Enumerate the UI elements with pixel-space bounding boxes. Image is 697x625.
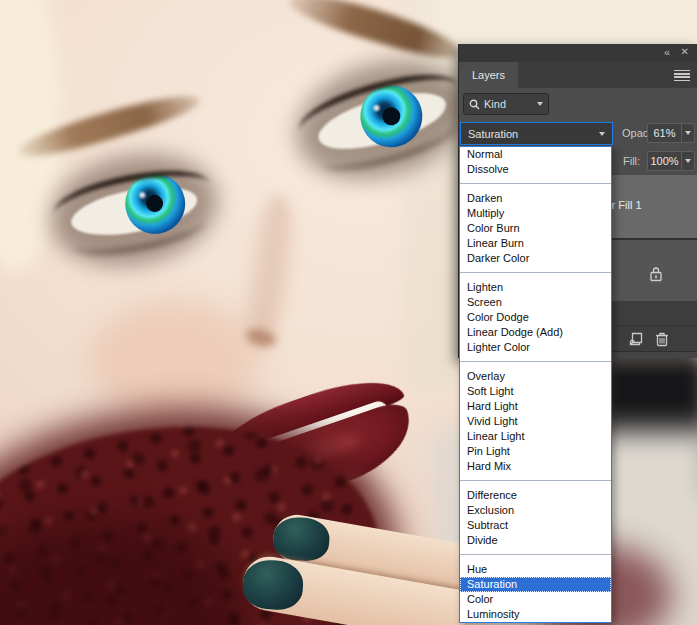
menu-separator	[460, 177, 611, 191]
panel-menu-icon[interactable]	[674, 70, 690, 81]
new-layer-icon[interactable]	[628, 331, 644, 347]
blend-option-linear-dodge-add-[interactable]: Linear Dodge (Add)	[460, 325, 611, 340]
chevron-down-icon	[537, 102, 543, 106]
blend-option-divide[interactable]: Divide	[460, 533, 611, 548]
blend-option-soft-light[interactable]: Soft Light	[460, 384, 611, 399]
blend-option-normal[interactable]: Normal	[460, 147, 611, 162]
blend-mode-value: Saturation	[468, 128, 518, 140]
chevron-down-icon	[685, 159, 691, 163]
menu-separator	[460, 266, 611, 280]
blend-option-color[interactable]: Color	[460, 592, 611, 607]
blend-mode-dropdown[interactable]: Saturation	[460, 122, 613, 145]
blend-option-overlay[interactable]: Overlay	[460, 369, 611, 384]
menu-separator	[460, 474, 611, 488]
blend-option-color-burn[interactable]: Color Burn	[460, 221, 611, 236]
blend-option-pin-light[interactable]: Pin Light	[460, 444, 611, 459]
screenshot-stage: « ✕ Layers Kind T	[0, 0, 697, 625]
layer-filter-row: Kind T	[459, 88, 697, 120]
blend-option-exclusion[interactable]: Exclusion	[460, 503, 611, 518]
blend-option-screen[interactable]: Screen	[460, 295, 611, 310]
photo-left-eye	[51, 154, 216, 265]
blend-option-dissolve[interactable]: Dissolve	[460, 162, 611, 177]
blend-option-difference[interactable]: Difference	[460, 488, 611, 503]
filter-kind-dropdown[interactable]: Kind	[463, 93, 549, 115]
blend-option-linear-light[interactable]: Linear Light	[460, 429, 611, 444]
panel-tab-bar: Layers	[459, 62, 697, 88]
trash-icon[interactable]	[654, 331, 670, 347]
search-icon	[469, 99, 480, 110]
blend-option-hard-light[interactable]: Hard Light	[460, 399, 611, 414]
padlock-icon	[649, 266, 663, 282]
blend-option-linear-burn[interactable]: Linear Burn	[460, 236, 611, 251]
blend-option-darken[interactable]: Darken	[460, 191, 611, 206]
blend-option-subtract[interactable]: Subtract	[460, 518, 611, 533]
blend-option-vivid-light[interactable]: Vivid Light	[460, 414, 611, 429]
filter-kind-label: Kind	[484, 98, 506, 110]
blend-mode-row: Saturation Opacity: 61%	[459, 120, 697, 147]
blend-option-hard-mix[interactable]: Hard Mix	[460, 459, 611, 474]
fill-label: Fill:	[623, 155, 640, 167]
collapse-double-arrow-icon[interactable]: «	[664, 46, 669, 58]
close-icon[interactable]: ✕	[681, 46, 689, 57]
blend-option-color-dodge[interactable]: Color Dodge	[460, 310, 611, 325]
menu-separator	[460, 355, 611, 369]
opacity-dropdown-button[interactable]	[681, 123, 695, 143]
blend-option-saturation[interactable]: Saturation	[460, 577, 611, 592]
blend-option-darker-color[interactable]: Darker Color	[460, 251, 611, 266]
opacity-value-field[interactable]: 61%	[647, 123, 681, 143]
blend-option-lighten[interactable]: Lighten	[460, 280, 611, 295]
fill-value-field[interactable]: 100%	[647, 151, 681, 171]
chevron-down-icon	[685, 131, 691, 135]
chevron-down-icon	[599, 132, 605, 136]
fill-dropdown-button[interactable]	[681, 151, 695, 171]
menu-separator	[460, 548, 611, 562]
blend-option-luminosity[interactable]: Luminosity	[460, 607, 611, 622]
panel-header-bar: « ✕	[459, 44, 697, 62]
tab-layers[interactable]: Layers	[459, 62, 518, 88]
photo-nose-shading	[231, 192, 304, 353]
blend-option-hue[interactable]: Hue	[460, 562, 611, 577]
blend-mode-menu: NormalDissolveDarkenMultiplyColor BurnLi…	[459, 146, 612, 623]
blend-option-multiply[interactable]: Multiply	[460, 206, 611, 221]
blend-option-lighter-color[interactable]: Lighter Color	[460, 340, 611, 355]
